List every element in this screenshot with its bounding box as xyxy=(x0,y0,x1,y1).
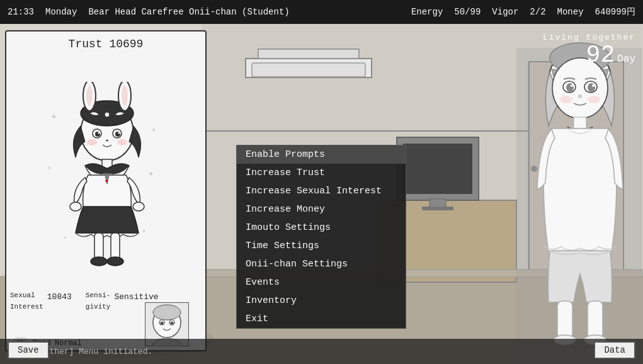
hud-vigor-value: 2/2 xyxy=(530,7,545,17)
trust-label-text: Trust xyxy=(69,38,103,50)
living-together-days: 92 xyxy=(586,42,615,69)
svg-rect-5 xyxy=(258,49,359,59)
svg-text:♥: ♥ xyxy=(105,178,108,184)
living-together-label: Living together xyxy=(543,33,635,42)
living-together-counter: Living together 92 Day xyxy=(543,33,635,69)
trust-value: 10699 xyxy=(109,38,143,50)
context-menu: Enable PromptsIncrease TrustIncrease Sex… xyxy=(236,145,406,329)
menu-item-5[interactable]: Time Settings xyxy=(237,237,406,255)
menu-item-9[interactable]: Exit xyxy=(237,310,406,328)
svg-rect-71 xyxy=(588,301,603,339)
right-character xyxy=(517,31,643,353)
svg-point-63 xyxy=(571,84,573,87)
svg-point-35 xyxy=(98,132,100,134)
hud-money-value: 640999円 xyxy=(595,6,635,18)
svg-rect-9 xyxy=(403,144,472,194)
menu-item-8[interactable]: Inventory xyxy=(237,292,406,310)
hud-character-desc: Bear Head Carefree Onii-chan (Student) xyxy=(88,7,289,17)
chibi-svg: ✦ ✦ ✦ ✦ ✦ ✦ xyxy=(44,82,170,271)
menu-item-6[interactable]: Onii-chan Settings xyxy=(237,255,406,273)
data-button[interactable]: Data xyxy=(594,341,635,359)
svg-text:✦: ✦ xyxy=(63,234,67,241)
svg-point-67 xyxy=(588,96,600,103)
message-bar: [God Brother] Menu initiated. xyxy=(0,339,643,364)
svg-rect-70 xyxy=(557,301,572,339)
svg-point-29 xyxy=(86,86,93,106)
menu-item-7[interactable]: Events xyxy=(237,273,406,292)
hud-day: Monday xyxy=(45,7,77,17)
svg-point-37 xyxy=(106,140,108,142)
svg-point-54 xyxy=(161,322,164,325)
svg-point-36 xyxy=(118,132,120,134)
hud-time: 21:33 xyxy=(8,7,34,17)
svg-point-47 xyxy=(107,257,123,266)
svg-point-65 xyxy=(579,95,582,98)
sexual-interest-label: SexualInterest xyxy=(10,292,43,310)
menu-item-1[interactable]: Increase Trust xyxy=(237,164,406,182)
svg-rect-6 xyxy=(252,63,365,77)
menu-item-2[interactable]: Increase Sexual Interest xyxy=(237,182,406,200)
svg-point-39 xyxy=(117,139,127,145)
svg-point-64 xyxy=(592,84,595,87)
svg-point-51 xyxy=(153,305,181,320)
svg-rect-11 xyxy=(422,207,453,210)
svg-point-42 xyxy=(70,202,81,211)
hud-energy-value: 50/99 xyxy=(454,7,481,17)
menu-items-container: Enable PromptsIncrease TrustIncrease Sex… xyxy=(237,145,406,328)
svg-text:✦: ✦ xyxy=(50,110,57,123)
hud-money-label: Money xyxy=(557,7,584,17)
hud-energy-label: Energy xyxy=(411,7,443,17)
svg-point-61 xyxy=(566,83,574,92)
sensitivity-label: Sensi-givity xyxy=(86,292,111,310)
svg-text:✦: ✦ xyxy=(151,125,157,135)
svg-point-40 xyxy=(105,112,110,117)
svg-text:✦: ✦ xyxy=(47,164,52,173)
svg-rect-10 xyxy=(430,199,446,208)
svg-point-46 xyxy=(91,257,107,266)
menu-item-3[interactable]: Increase Money xyxy=(237,200,406,219)
menu-item-4[interactable]: Imouto Settings xyxy=(237,219,406,237)
hud-vigor-label: Vigor xyxy=(492,7,518,17)
trust-display: Trust 10699 xyxy=(69,38,144,50)
svg-point-38 xyxy=(87,139,97,145)
svg-rect-68 xyxy=(574,117,586,128)
top-hud: 21:33 Monday Bear Head Carefree Onii-cha… xyxy=(0,0,643,24)
menu-item-0[interactable]: Enable Prompts xyxy=(237,145,406,164)
living-together-suffix: Day xyxy=(617,54,635,65)
svg-point-55 xyxy=(171,322,174,325)
svg-point-62 xyxy=(588,83,595,92)
svg-point-30 xyxy=(122,86,128,106)
svg-point-43 xyxy=(133,202,144,211)
sexual-interest-value: 10843 xyxy=(47,292,72,302)
svg-point-66 xyxy=(560,96,572,103)
chibi-illustration: ✦ ✦ ✦ ✦ ✦ ✦ xyxy=(6,57,207,296)
svg-text:✦: ✦ xyxy=(142,227,146,236)
right-char-svg xyxy=(517,31,643,353)
save-button[interactable]: Save xyxy=(8,341,49,359)
svg-text:✦: ✦ xyxy=(148,168,154,179)
sensitivity-value: Sensitive xyxy=(114,292,158,302)
